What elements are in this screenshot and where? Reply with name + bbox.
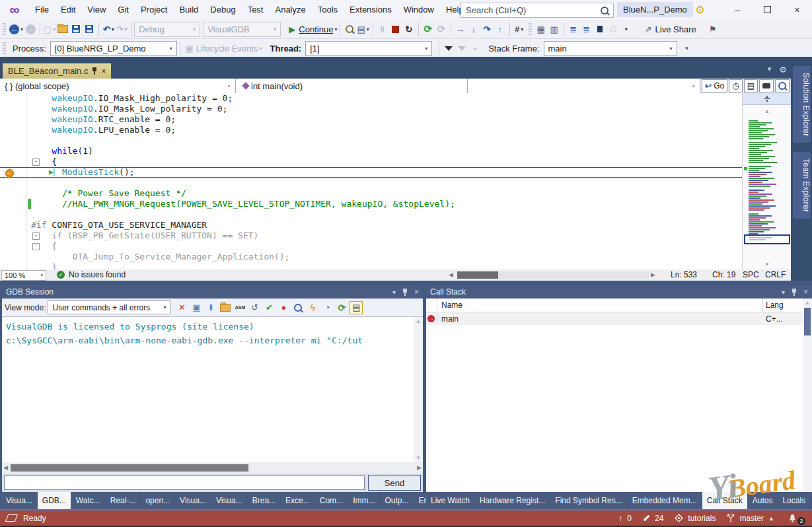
scope-dropdown[interactable]: { } (global scope)˅ <box>0 79 236 93</box>
code-line[interactable] <box>0 178 742 188</box>
code-line[interactable]: wakeupIO.IO_Mask_High_polarity = 0; <box>0 93 742 104</box>
code-area[interactable]: wakeupIO.IO_Mask_High_polarity = 0; wake… <box>0 93 742 269</box>
fold-collapse-box[interactable]: - <box>32 243 40 250</box>
hex-display-icon[interactable]: #▾ <box>513 22 525 36</box>
menu-window[interactable]: Window <box>398 0 440 20</box>
code-line[interactable]: wakeupIO.IO_Mask_Low_polarity = 0; <box>0 104 742 114</box>
window-menu-chevron-icon[interactable]: ▾ <box>392 289 396 296</box>
hscroll-thumb[interactable] <box>11 464 248 472</box>
gdb-vscrollbar[interactable]: ▲ ▼ <box>414 317 423 462</box>
feedback-button[interactable]: BlueN...P_Demo <box>617 2 693 17</box>
zoom-level-combo[interactable]: 100 %▾ <box>1 270 46 281</box>
tab-list-chevron-icon[interactable]: ▾ <box>768 65 772 75</box>
fold-collapse-box[interactable]: - <box>32 158 40 166</box>
scroll-down-icon[interactable]: ▼ <box>743 262 792 267</box>
column-header-name[interactable]: Name <box>437 299 763 312</box>
outdent-icon[interactable]: ≣ <box>581 22 593 36</box>
bookmark-icon[interactable] <box>594 22 606 36</box>
code-line[interactable]: while(1) <box>0 146 742 157</box>
panel-tab-findsymbolres[interactable]: Find Symbol Res... <box>550 492 626 509</box>
call-stack-title-bar[interactable]: Call Stack ▾ × <box>426 285 812 299</box>
hscroll-left-icon[interactable]: ◀ <box>3 464 8 471</box>
menu-debug[interactable]: Debug <box>204 0 241 20</box>
settings-gear-icon[interactable]: ⚙ <box>695 3 705 17</box>
go-button[interactable]: ↩ Go <box>702 79 727 92</box>
save-all-icon[interactable] <box>83 22 95 36</box>
toolbar-overflow-icon[interactable]: ▾ <box>681 42 693 55</box>
hscroll-left-icon[interactable]: ◀ <box>449 271 453 278</box>
toolbar-overflow-icon[interactable]: ▾ <box>620 22 632 36</box>
code-line[interactable]: wakeupIO.LPU_enable = 0; <box>0 125 742 135</box>
tests-icon[interactable]: ✔ <box>262 301 276 314</box>
close-button[interactable]: × <box>782 0 812 20</box>
clear-icon[interactable]: ✕ <box>175 301 188 314</box>
panel-tab-visua[interactable]: Visua... <box>211 492 247 509</box>
code-line[interactable]: if (BSP_PB_GetState(USER_BUTTON) == SET)… <box>0 230 742 241</box>
restore-button[interactable] <box>753 0 782 20</box>
code-line[interactable]: } <box>0 262 742 269</box>
pause-icon[interactable]: ‖ <box>204 301 217 314</box>
spaces-indicator[interactable]: SPC <box>743 270 759 279</box>
menu-view[interactable]: View <box>81 0 112 20</box>
menu-edit[interactable]: Edit <box>55 0 81 20</box>
side-tab-team-explorer[interactable]: Team Explorer <box>793 152 811 219</box>
menu-test[interactable]: Test <box>242 0 270 20</box>
panel-tab-outp[interactable]: Outp... <box>380 492 413 509</box>
view-mode-combo[interactable]: User commands + all errors▾ <box>48 300 170 314</box>
frame-name[interactable]: main <box>437 314 763 324</box>
window-menu-chevron-icon[interactable]: ▾ <box>782 289 785 296</box>
code-line[interactable]: #if CONFIG_OTA_USE_SERVICE_MANAGER <box>0 220 742 230</box>
stack-frame-combo[interactable]: main▾ <box>544 41 677 56</box>
balloon-icon[interactable]: ● <box>277 301 290 314</box>
close-panel-icon[interactable]: × <box>414 287 419 297</box>
panel-tab-visua[interactable]: Visua... <box>175 492 211 509</box>
sync-icon[interactable]: ↺ <box>248 301 261 314</box>
console-icon[interactable]: ▤ <box>350 301 363 314</box>
continue-button[interactable]: Continue <box>299 24 333 34</box>
lightning-icon[interactable]: ϟ <box>306 301 319 314</box>
navigate-back-icon[interactable]: ←▾ <box>9 22 23 36</box>
pin-icon[interactable] <box>792 289 797 296</box>
column-header-lang[interactable]: Lang <box>763 299 803 312</box>
save-icon[interactable] <box>70 22 82 36</box>
menu-build[interactable]: Build <box>173 0 204 20</box>
branch-menu-caret-icon[interactable]: ▲ <box>768 515 774 522</box>
gdb-output-console[interactable]: VisualGDB is licensed to Sysprogs (site … <box>2 317 414 462</box>
refresh-icon[interactable]: ⟳ <box>335 301 348 314</box>
search-document-icon[interactable] <box>775 79 790 92</box>
editor-hscrollbar[interactable] <box>457 271 649 279</box>
hscroll-right-icon[interactable]: ▶ <box>417 464 422 471</box>
panel-tab-com[interactable]: Com... <box>315 492 348 509</box>
document-outline-icon[interactable]: ▤ <box>744 79 758 92</box>
background-tasks-icon[interactable] <box>5 514 18 522</box>
search-input[interactable]: Search (Ctrl+Q) <box>461 3 614 18</box>
issues-status-label[interactable]: No issues found <box>69 270 126 279</box>
panel-tab-imm[interactable]: Imm... <box>348 492 379 509</box>
filter-icon[interactable] <box>443 42 455 55</box>
well-options-gear-icon[interactable]: ⚙ <box>779 65 787 75</box>
memory-window-icon[interactable]: ▥ <box>548 22 560 36</box>
stack-frame-row[interactable]: →mainC+... <box>426 312 803 325</box>
scroll-down-icon[interactable]: ▼ <box>414 455 423 461</box>
apply-changes-icon[interactable]: ⟳ <box>422 22 434 36</box>
panel-tab-hardwareregist[interactable]: Hardware Regist... <box>475 492 550 509</box>
close-panel-icon[interactable]: × <box>803 287 808 297</box>
toolbar-grip[interactable] <box>529 23 532 35</box>
step-out-icon[interactable]: ↑ <box>494 22 506 36</box>
pin-icon[interactable] <box>92 67 97 75</box>
panel-tab-exce[interactable]: Exce... <box>281 492 314 509</box>
fold-collapse-box[interactable]: - <box>32 232 40 240</box>
code-line[interactable]: /* Power Save Request */ <box>0 188 742 199</box>
toolbar-grip[interactable] <box>3 42 6 54</box>
toolbar-grip[interactable] <box>3 23 6 35</box>
editor-tab[interactable]: BLE_Beacon_main.c × <box>3 63 111 79</box>
menu-analyze[interactable]: Analyze <box>269 0 311 20</box>
notifications-bell-icon[interactable] <box>788 514 797 523</box>
send-button[interactable]: Send <box>368 475 421 491</box>
copy-icon[interactable]: ▣ <box>190 301 203 314</box>
pin-icon[interactable] <box>402 289 408 296</box>
call-stack-vscrollbar[interactable]: ▲ <box>803 299 812 492</box>
continue-play-icon[interactable]: ▶ <box>286 22 298 36</box>
stop-debugging-icon[interactable] <box>390 22 402 36</box>
panel-tab-livewatch[interactable]: Live Watch <box>426 492 474 509</box>
